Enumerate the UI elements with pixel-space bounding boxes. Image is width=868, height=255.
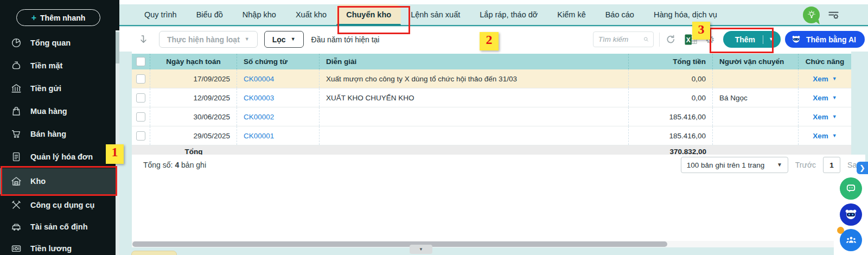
cash-icon <box>10 60 22 72</box>
column-header-3[interactable]: Diễn giải <box>320 54 629 69</box>
column-header-4[interactable]: Tổng tiền <box>629 54 713 69</box>
prev-page-button[interactable]: Trước <box>795 161 816 169</box>
next-panel-arrow-button[interactable]: ❯ <box>857 162 868 174</box>
column-header-2[interactable]: Số chứng từ <box>237 54 320 69</box>
sidebar-item-tools[interactable]: Công cụ dụng cụ <box>0 194 119 216</box>
tab-10[interactable]: Hàng hóa, dịch vụ <box>644 4 727 25</box>
sidebar-item-label: Tổng quan <box>30 39 71 47</box>
column-header-5[interactable]: Người vận chuyển <box>713 54 799 69</box>
bottom-drawer-tab[interactable] <box>131 251 177 255</box>
collapse-panel-button[interactable]: ▼ <box>410 245 432 254</box>
records-table: Ngày hạch toánSố chứng từDiễn giảiTổng t… <box>132 54 851 158</box>
sidebar-item-fixed-asset[interactable]: Tài sản cố định <box>0 216 119 238</box>
horizontal-scrollbar[interactable] <box>132 241 851 247</box>
header-select-all-cell <box>132 54 150 69</box>
sidebar-item-label: Tiền lương <box>30 244 72 253</box>
support-chat-button[interactable] <box>840 177 862 200</box>
tab-4[interactable]: Xuất kho <box>286 4 336 25</box>
tips-lightbulb-icon[interactable] <box>803 7 820 23</box>
page-size-select[interactable]: 100 bản ghi trên 1 trang ▼ <box>681 157 788 173</box>
column-header-6[interactable]: Chức năng <box>799 54 851 69</box>
tab-7[interactable]: Lắp ráp, tháo dỡ <box>470 4 547 25</box>
horizontal-scrollbar-thumb[interactable] <box>132 241 667 247</box>
annotation-box-kho-menu <box>1 166 117 196</box>
sidebar-nav: Tổng quanTiền mặtTiền gửiMua hàngBán hàn… <box>0 31 119 255</box>
sidebar-item-label: Công cụ dụng cụ <box>30 201 94 209</box>
row-checkbox[interactable] <box>136 93 145 103</box>
posting-date-cell: 30/06/2025 <box>150 107 237 126</box>
view-action-link[interactable]: Xem▼ <box>813 94 837 102</box>
tab-3[interactable]: Nhập kho <box>233 4 286 25</box>
chevron-down-icon: ▼ <box>832 133 837 138</box>
pager: 100 bản ghi trên 1 trang ▼ Trước Sau <box>681 155 865 175</box>
carrier-cell <box>713 126 799 145</box>
sidebar-item-invoice[interactable]: Quản lý hóa đơn <box>0 145 119 168</box>
view-action-link[interactable]: Xem▼ <box>813 75 837 83</box>
filter-button[interactable]: Lọc ▼ <box>264 31 304 48</box>
tabs: Quy trìnhBiểu đồNhập khoXuất khoChuyển k… <box>135 4 727 25</box>
tools-icon <box>10 199 22 211</box>
page-number-input[interactable] <box>823 157 840 173</box>
tab-2[interactable]: Biểu đồ <box>187 4 233 25</box>
sidebar-item-purchase[interactable]: Mua hàng <box>0 100 119 123</box>
annotation-number-3: 3 <box>692 22 710 40</box>
add-with-ai-label: Thêm bằng AI <box>806 35 856 44</box>
tab-6[interactable]: Lệnh sản xuất <box>401 4 470 25</box>
row-checkbox[interactable] <box>136 112 145 122</box>
column-header-1[interactable]: Ngày hạch toán <box>150 54 237 69</box>
chevron-down-icon: ▼ <box>832 76 837 81</box>
people-group-icon <box>845 234 858 247</box>
row-checkbox[interactable] <box>136 131 145 141</box>
sidebar-scrollbar-thumb[interactable] <box>116 32 119 63</box>
quick-add-label: Thêm nhanh <box>40 14 85 22</box>
sidebar-item-overview[interactable]: Tổng quan <box>0 31 119 54</box>
download-icon[interactable] <box>138 34 149 45</box>
records-panel: Ngày hạch toánSố chứng từDiễn giảiTổng t… <box>132 52 851 247</box>
total-amount-cell: 185.416,00 <box>629 126 713 145</box>
purchase-icon <box>10 105 22 117</box>
add-with-ai-button[interactable]: Thêm bằng AI <box>785 31 865 48</box>
document-number-link[interactable]: CK00003 <box>244 94 274 102</box>
view-settings-icon[interactable] <box>827 9 840 21</box>
quick-add-button[interactable]: + Thêm nhanh <box>16 9 100 26</box>
select-all-checkbox[interactable] <box>136 57 145 66</box>
period-filter-label: Đầu năm tới hiện tại <box>311 35 380 44</box>
sidebar-item-cash[interactable]: Tiền mặt <box>0 54 119 77</box>
document-number-link[interactable]: CK00002 <box>244 113 274 121</box>
sidebar-scrollbar[interactable] <box>116 30 119 255</box>
total-amount-cell: 0,00 <box>629 88 713 107</box>
refresh-icon[interactable] <box>665 34 676 45</box>
sidebar-item-label: Quản lý hóa đơn <box>30 152 93 161</box>
document-number-link[interactable]: CK00004 <box>244 75 274 83</box>
table-row: 29/05/2025CK00001185.416,00Xem▼ <box>132 126 851 145</box>
sidebar-item-payroll[interactable]: Tiền lương <box>0 238 119 255</box>
row-checkbox[interactable] <box>136 74 145 84</box>
table-header-row: Ngày hạch toánSố chứng từDiễn giảiTổng t… <box>132 54 851 69</box>
search-input[interactable] <box>597 35 641 44</box>
sidebar-item-sales-cart[interactable]: Bán hàng <box>0 123 119 145</box>
annotation-box-chuyen-kho-tab <box>337 6 410 34</box>
description-cell <box>320 107 629 126</box>
payroll-icon <box>10 243 22 254</box>
sidebar: + Thêm nhanh Tổng quanTiền mặtTiền gửiMu… <box>0 0 119 255</box>
fixed-asset-icon <box>10 221 22 233</box>
divider <box>659 33 660 47</box>
table-row: 17/09/2025CK00004Xuất mượn cho công ty X… <box>132 69 851 88</box>
tab-1[interactable]: Quy trình <box>135 4 187 25</box>
posting-date-cell: 12/09/2025 <box>150 88 237 107</box>
top-strip <box>119 0 868 4</box>
view-action-link[interactable]: Xem▼ <box>813 113 837 121</box>
ai-assistant-button[interactable] <box>840 203 862 226</box>
chevron-down-icon: ▼ <box>777 162 782 168</box>
sidebar-item-bank[interactable]: Tiền gửi <box>0 77 119 100</box>
panda-icon <box>844 207 858 222</box>
document-number-link[interactable]: CK00001 <box>244 132 274 140</box>
view-action-link[interactable]: Xem▼ <box>813 132 837 140</box>
tab-8[interactable]: Kiểm kê <box>547 4 595 25</box>
module-tab-bar: Quy trìnhBiểu đồNhập khoXuất khoChuyển k… <box>119 4 868 26</box>
batch-action-button[interactable]: Thực hiện hàng loạt ▼ <box>159 31 258 48</box>
tab-9[interactable]: Báo cáo <box>596 4 644 25</box>
total-amount-cell: 0,00 <box>629 69 713 88</box>
tabbar-right-icons <box>803 4 868 25</box>
page-size-label: 100 bản ghi trên 1 trang <box>687 161 764 169</box>
